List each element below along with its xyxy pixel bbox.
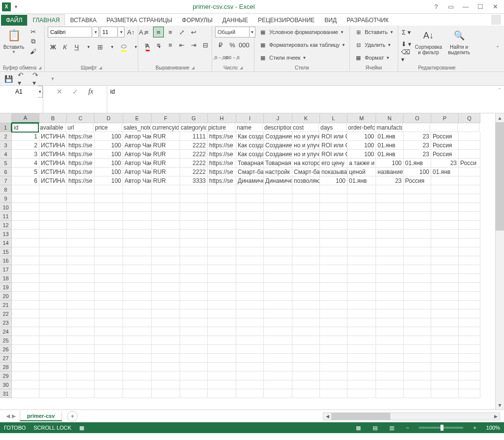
cell[interactable] (12, 194, 39, 203)
cell[interactable]: Товарная (264, 159, 292, 168)
cell[interactable] (39, 203, 67, 212)
cell[interactable] (123, 318, 152, 327)
delete-cells-button[interactable]: ⊟Удалить ▼ (353, 39, 392, 50)
cell[interactable] (264, 309, 292, 318)
cell[interactable] (459, 292, 480, 301)
cell[interactable] (94, 301, 123, 309)
cell[interactable] (208, 301, 236, 309)
cell[interactable] (459, 212, 480, 221)
cell[interactable] (67, 363, 94, 372)
cell[interactable] (459, 238, 480, 247)
cell[interactable] (152, 256, 180, 265)
cell[interactable] (208, 292, 236, 301)
cell[interactable] (404, 354, 431, 363)
cell[interactable] (39, 283, 67, 292)
increase-decimal-button[interactable]: ,0→,00 (215, 52, 226, 63)
cell[interactable] (292, 301, 320, 309)
cell[interactable] (404, 212, 431, 221)
cell[interactable] (123, 363, 152, 372)
cell[interactable] (152, 265, 180, 274)
cell[interactable] (459, 141, 480, 150)
cell[interactable] (459, 283, 480, 292)
name-box[interactable]: ▼ (0, 86, 43, 113)
cell[interactable] (152, 363, 180, 372)
cell[interactable] (347, 301, 376, 309)
cell[interactable]: ROI или С (320, 150, 347, 159)
cell[interactable] (236, 309, 264, 318)
cell[interactable]: 100 (94, 141, 123, 150)
cell[interactable]: но и улучш (292, 132, 320, 141)
font-name-input[interactable] (48, 27, 92, 37)
row-header[interactable]: 15 (0, 247, 12, 256)
tab-file[interactable]: ФАЙЛ (1, 15, 27, 26)
cell[interactable] (404, 256, 431, 265)
cell[interactable] (236, 185, 264, 194)
cell[interactable] (376, 274, 404, 283)
align-center-button[interactable]: ≡ (153, 39, 164, 50)
view-pagebreak-icon[interactable]: ▥ (387, 425, 396, 431)
font-size-input[interactable] (100, 27, 118, 37)
cell[interactable] (404, 203, 431, 212)
insert-function-button[interactable]: fx (86, 87, 96, 97)
row-header[interactable]: 11 (0, 212, 12, 221)
cell[interactable] (376, 301, 404, 309)
cell[interactable] (264, 363, 292, 372)
cell[interactable] (39, 230, 67, 238)
cell[interactable] (123, 274, 152, 283)
cell[interactable] (292, 389, 320, 398)
cell[interactable] (180, 292, 208, 301)
cell[interactable]: 23 (404, 150, 431, 159)
dialog-launcher-icon[interactable]: ◢ (99, 66, 102, 70)
column-header[interactable]: E (123, 113, 152, 123)
cell[interactable] (94, 283, 123, 292)
cell[interactable] (320, 203, 347, 212)
cell[interactable] (236, 327, 264, 336)
cell[interactable] (12, 283, 39, 292)
cell[interactable] (320, 194, 347, 203)
cell[interactable] (292, 380, 320, 389)
cell[interactable] (431, 336, 459, 345)
cell[interactable] (208, 238, 236, 247)
cell[interactable] (292, 274, 320, 283)
cell[interactable] (67, 221, 94, 230)
cell[interactable] (292, 238, 320, 247)
cell[interactable] (264, 230, 292, 238)
cell[interactable] (404, 309, 431, 318)
cell[interactable] (347, 230, 376, 238)
row-header[interactable]: 27 (0, 354, 12, 363)
paste-button[interactable]: 📋 Вставить ▼ (3, 27, 25, 55)
cell[interactable] (236, 345, 264, 354)
cell[interactable] (347, 212, 376, 221)
cell[interactable]: Росси (459, 159, 480, 168)
cell[interactable] (236, 380, 264, 389)
cell[interactable] (39, 327, 67, 336)
cell[interactable]: ИСТИНА (39, 168, 67, 176)
cell[interactable] (39, 247, 67, 256)
cell[interactable]: Автор Чак (123, 132, 152, 141)
cell[interactable]: https://se (67, 176, 94, 185)
cell[interactable] (431, 203, 459, 212)
cell[interactable]: https://se (208, 141, 236, 150)
cell[interactable] (320, 238, 347, 247)
cell[interactable] (12, 327, 39, 336)
cell[interactable]: https://se (208, 168, 236, 176)
cell[interactable] (459, 309, 480, 318)
cell[interactable] (208, 345, 236, 354)
number-format-select[interactable]: Общий (215, 27, 250, 37)
cell[interactable] (39, 212, 67, 221)
cell[interactable] (152, 221, 180, 230)
row-header[interactable]: 5 (0, 159, 12, 168)
cell[interactable] (320, 247, 347, 256)
cell[interactable] (459, 318, 480, 327)
cell[interactable] (376, 283, 404, 292)
column-header[interactable]: D (94, 113, 123, 123)
cell[interactable] (376, 247, 404, 256)
cell[interactable] (264, 354, 292, 363)
cell[interactable] (152, 274, 180, 283)
cell[interactable] (67, 247, 94, 256)
row-header[interactable]: 4 (0, 150, 12, 159)
cell[interactable] (292, 221, 320, 230)
cell[interactable] (123, 309, 152, 318)
cell[interactable] (94, 247, 123, 256)
cell[interactable]: Россия (431, 150, 459, 159)
